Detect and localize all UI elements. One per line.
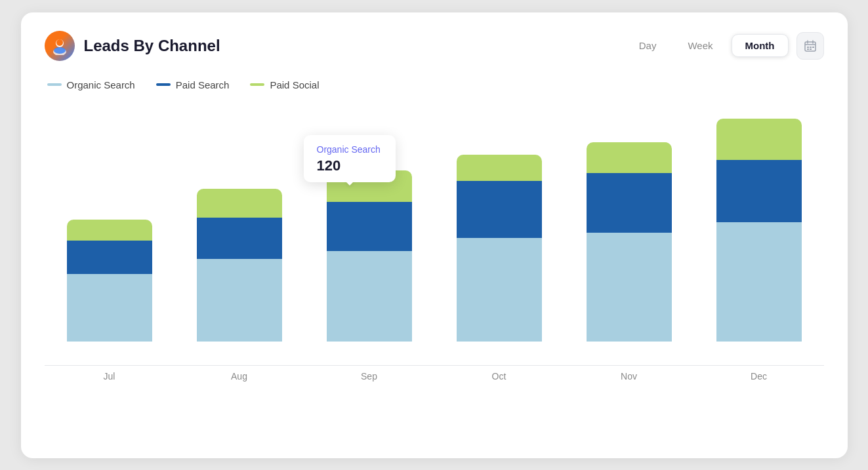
bar-paid-social-dec xyxy=(716,119,802,160)
tooltip-label: Organic Search xyxy=(317,144,382,155)
bar-group-dec[interactable] xyxy=(707,119,812,342)
legend-organic-label: Organic Search xyxy=(67,79,135,90)
x-label-dec: Dec xyxy=(694,371,824,382)
bar-organic-oct xyxy=(457,238,542,342)
svg-point-2 xyxy=(56,39,63,46)
bar-organic-sep xyxy=(327,251,412,342)
bar-paid-social-jul xyxy=(67,220,152,241)
svg-rect-12 xyxy=(810,49,812,50)
avatar xyxy=(45,31,75,61)
bar-paid-search-nov xyxy=(587,173,672,233)
period-month-button[interactable]: Month xyxy=(732,34,789,57)
bar-paid-search-dec xyxy=(716,160,802,222)
chart-legend: Organic Search Paid Search Paid Social xyxy=(47,79,824,90)
period-day-button[interactable]: Day xyxy=(626,35,670,56)
x-label-nov: Nov xyxy=(564,371,694,382)
chart-bars xyxy=(45,104,824,366)
legend-paid-social-label: Paid Social xyxy=(270,79,319,90)
svg-rect-9 xyxy=(810,47,812,48)
legend-paid-search-label: Paid Search xyxy=(176,79,230,90)
legend-paid-social: Paid Social xyxy=(250,79,319,90)
tooltip-value: 120 xyxy=(317,157,382,174)
bar-paid-search-sep xyxy=(327,202,412,251)
legend-organic-dot xyxy=(47,83,62,86)
leads-by-channel-card: Leads By Channel Day Week Month xyxy=(21,12,848,458)
bar-group-oct[interactable] xyxy=(447,155,552,342)
bar-group-nov[interactable] xyxy=(577,142,682,342)
chart-container: Organic Search 120 JulAugSepOctNovDec xyxy=(45,104,824,382)
tooltip: Organic Search 120 xyxy=(304,135,396,182)
period-controls: Day Week Month xyxy=(626,32,824,60)
bar-paid-search-aug xyxy=(197,218,282,259)
calendar-button[interactable] xyxy=(796,32,824,60)
legend-paid-search-dot xyxy=(156,83,171,86)
x-axis: JulAugSepOctNovDec xyxy=(45,371,824,382)
period-week-button[interactable]: Week xyxy=(674,35,726,56)
svg-rect-10 xyxy=(812,47,814,48)
bar-paid-social-oct xyxy=(457,155,542,181)
bar-organic-jul xyxy=(67,274,152,342)
card-header: Leads By Channel Day Week Month xyxy=(45,31,824,61)
page-title: Leads By Channel xyxy=(84,37,626,55)
bar-group-aug[interactable] xyxy=(187,189,292,342)
x-label-jul: Jul xyxy=(45,371,175,382)
bar-organic-aug xyxy=(197,259,282,342)
x-label-aug: Aug xyxy=(175,371,304,382)
bar-group-jul[interactable] xyxy=(57,220,162,342)
bar-organic-dec xyxy=(716,222,802,342)
bar-paid-search-oct xyxy=(457,181,542,238)
bar-paid-search-jul xyxy=(67,241,152,274)
bar-organic-nov xyxy=(587,233,672,342)
svg-rect-11 xyxy=(807,49,809,50)
svg-point-3 xyxy=(54,47,66,54)
legend-organic: Organic Search xyxy=(47,79,135,90)
bar-paid-social-aug xyxy=(197,189,282,218)
legend-paid-social-dot xyxy=(250,83,264,86)
legend-paid-search: Paid Search xyxy=(156,79,230,90)
x-label-sep: Sep xyxy=(304,371,434,382)
bar-paid-social-nov xyxy=(587,142,672,173)
bar-group-sep[interactable] xyxy=(317,170,422,342)
svg-rect-8 xyxy=(807,47,809,48)
x-label-oct: Oct xyxy=(434,371,564,382)
